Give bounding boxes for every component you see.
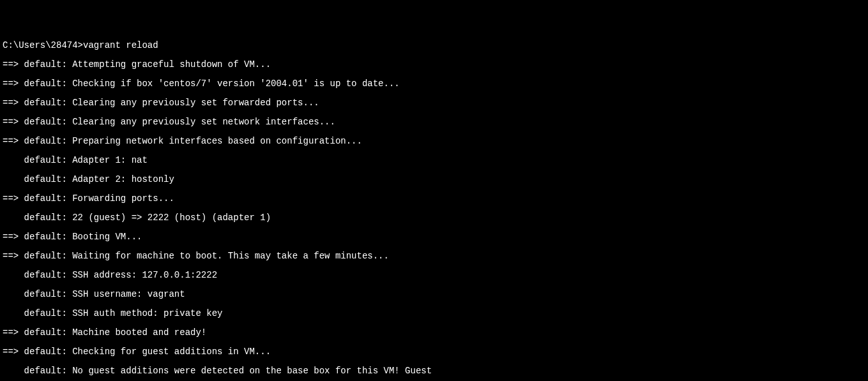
terminal-output-line: ==> default: Waiting for machine to boot… xyxy=(3,251,868,261)
terminal-output-line: default: Adapter 1: nat xyxy=(3,156,868,165)
terminal-output-line: ==> default: Preparing network interface… xyxy=(3,137,868,146)
terminal-output-line: default: SSH address: 127.0.0.1:2222 xyxy=(3,271,868,280)
terminal-output-line: ==> default: Machine booted and ready! xyxy=(3,328,868,338)
terminal-output-line: ==> default: Checking if box 'centos/7' … xyxy=(3,79,868,89)
terminal-output-line: default: 22 (guest) => 2222 (host) (adap… xyxy=(3,213,868,223)
terminal-prompt-line: C:\Users\28474>vagrant reload xyxy=(3,41,868,50)
terminal-output-line: default: Adapter 2: hostonly xyxy=(3,175,868,184)
terminal-output-line: ==> default: Checking for guest addition… xyxy=(3,347,868,357)
terminal-output-line: ==> default: Clearing any previously set… xyxy=(3,117,868,127)
terminal-output-line: ==> default: Clearing any previously set… xyxy=(3,98,868,108)
terminal-output-line: default: No guest additions were detecte… xyxy=(3,366,868,376)
terminal-output-line: ==> default: Forwarding ports... xyxy=(3,194,868,204)
terminal-output-line: default: SSH auth method: private key xyxy=(3,309,868,318)
terminal-output-line: ==> default: Booting VM... xyxy=(3,232,868,242)
terminal-output-line: ==> default: Attempting graceful shutdow… xyxy=(3,60,868,70)
terminal-output-line: default: SSH username: vagrant xyxy=(3,290,868,299)
